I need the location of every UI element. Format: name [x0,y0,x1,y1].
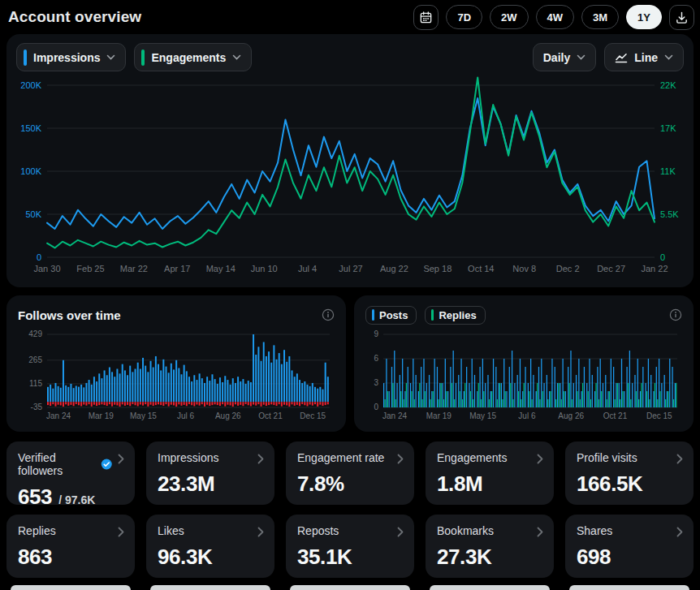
chevron-right-icon [257,454,264,464]
range-button-3m[interactable]: 3M [581,5,619,29]
svg-text:Jul 6: Jul 6 [518,411,536,420]
card-value: 7.8% [297,472,344,497]
impressions-metric-dropdown[interactable]: Impressions [16,43,126,71]
svg-text:100K: 100K [20,166,41,176]
posts-replies-bar-chart[interactable]: 9630Jan 24Mar 19May 15Jul 6Aug 26Oct 21D… [365,328,682,424]
range-button-4w[interactable]: 4W [536,5,575,29]
card-value: 27.3K [437,545,491,570]
line-chart-icon [615,52,628,63]
chevron-down-icon [577,54,585,60]
metric-cards-grid: Verified followers653/ 97.6KImpressions2… [6,441,694,578]
chevron-right-icon [676,527,683,537]
svg-text:115: 115 [29,379,42,388]
follows-panel-title: Follows over time [18,308,121,322]
svg-text:Dec 27: Dec 27 [597,264,625,273]
svg-text:11K: 11K [660,166,676,176]
metric-card-engagements[interactable]: Engagements1.8M [426,441,554,505]
card-value: 35.1K [297,545,352,570]
svg-text:Jan 24: Jan 24 [46,411,71,420]
card-peek [290,585,410,590]
svg-text:May 15: May 15 [130,411,157,420]
metric-card-engagement-rate[interactable]: Engagement rate7.8% [286,441,414,505]
svg-text:3: 3 [374,378,378,387]
metric-card-likes[interactable]: Likes96.3K [146,515,274,578]
card-total-suffix: / 97.6K [58,493,95,506]
posts-legend-label: Posts [379,309,408,321]
card-peek [430,585,550,590]
date-range-controls: 7D 2W 4W 3M 1Y [413,5,694,30]
chevron-right-icon [118,454,124,464]
chevron-right-icon [537,527,543,537]
metric-card-profile-visits[interactable]: Profile visits166.5K [565,441,694,505]
svg-text:Oct 21: Oct 21 [603,411,628,420]
card-value: 653 [18,484,52,510]
replies-legend-label: Replies [439,309,476,321]
chevron-right-icon [118,527,124,537]
chart-controls-row: Impressions Engagements Daily Line [16,43,684,71]
chart-type-dropdown[interactable]: Line [604,43,684,71]
svg-text:Mar 19: Mar 19 [426,411,452,420]
card-label: Replies [18,524,56,537]
svg-text:Mar 19: Mar 19 [89,411,115,420]
chart-type-label: Line [634,51,658,64]
granularity-dropdown[interactable]: Daily [533,43,596,71]
card-value: 863 [18,545,52,570]
chevron-down-icon [106,54,115,60]
svg-text:Feb 25: Feb 25 [76,264,104,273]
info-icon[interactable] [322,308,335,321]
range-button-1y-selected[interactable]: 1Y [626,5,662,29]
card-label: Impressions [158,451,218,464]
calendar-icon [419,11,433,24]
card-label: Verified followers [18,451,96,477]
svg-text:0: 0 [37,252,41,262]
metric-card-replies[interactable]: Replies863 [6,515,135,578]
card-label: Engagement rate [297,451,384,464]
svg-text:Mar 22: Mar 22 [120,264,148,273]
svg-text:Jan 24: Jan 24 [382,411,407,420]
range-button-2w[interactable]: 2W [490,5,529,29]
info-icon[interactable] [669,308,682,321]
metric-card-impressions[interactable]: Impressions23.3M [146,441,274,505]
svg-text:Apr 17: Apr 17 [164,264,190,273]
range-button-7d[interactable]: 7D [446,5,482,29]
follows-bar-chart[interactable]: 429265115-35Jan 24Mar 19May 15Jul 6Aug 2… [18,328,335,424]
posts-color-bar [372,309,374,321]
card-value: 166.5K [577,472,642,497]
svg-text:-35: -35 [31,403,43,411]
svg-text:Jul 4: Jul 4 [298,264,317,273]
card-label: Engagements [437,451,507,464]
svg-text:Aug 26: Aug 26 [215,411,241,420]
metric-card-bookmarks[interactable]: Bookmarks27.3K [426,515,554,578]
svg-text:Nov 8: Nov 8 [512,264,536,273]
svg-text:429: 429 [28,329,42,338]
verified-badge-icon [101,458,112,471]
download-button[interactable] [669,5,694,30]
posts-replies-panel: Posts Replies 9630Jan 24Mar 19May 15Jul … [354,295,694,432]
chevron-down-icon [232,54,241,60]
card-value: 23.3M [158,472,214,497]
replies-legend-chip[interactable]: Replies [425,306,485,325]
metric-card-shares[interactable]: Shares698 [565,515,694,578]
svg-text:Jun 10: Jun 10 [251,264,278,273]
chevron-right-icon [537,454,543,464]
replies-color-bar [431,309,434,321]
metric-card-verified-followers[interactable]: Verified followers653/ 97.6K [6,441,135,505]
engagements-metric-dropdown[interactable]: Engagements [134,43,252,71]
svg-text:Dec 15: Dec 15 [300,411,326,420]
calendar-button[interactable] [413,5,439,30]
follows-over-time-panel: Follows over time 429265115-35Jan 24Mar … [6,295,346,432]
posts-replies-legend: Posts Replies [365,306,486,325]
svg-text:0: 0 [660,252,665,262]
svg-text:Jan 30: Jan 30 [33,264,60,273]
svg-text:17K: 17K [660,123,676,133]
svg-text:150K: 150K [20,123,41,133]
svg-text:Jul 27: Jul 27 [339,264,362,273]
page-title: Account overview [8,8,141,26]
metric-card-reposts[interactable]: Reposts35.1K [286,515,414,578]
svg-text:Aug 26: Aug 26 [558,411,584,420]
impressions-engagements-line-chart[interactable]: 0050K5.5K100K11K150K17K200K22KJan 30Feb … [16,74,684,278]
card-peek [150,585,270,590]
main-chart-panel: Impressions Engagements Daily Line [6,34,694,287]
posts-legend-chip[interactable]: Posts [365,306,417,325]
svg-text:Sep 18: Sep 18 [423,264,452,273]
